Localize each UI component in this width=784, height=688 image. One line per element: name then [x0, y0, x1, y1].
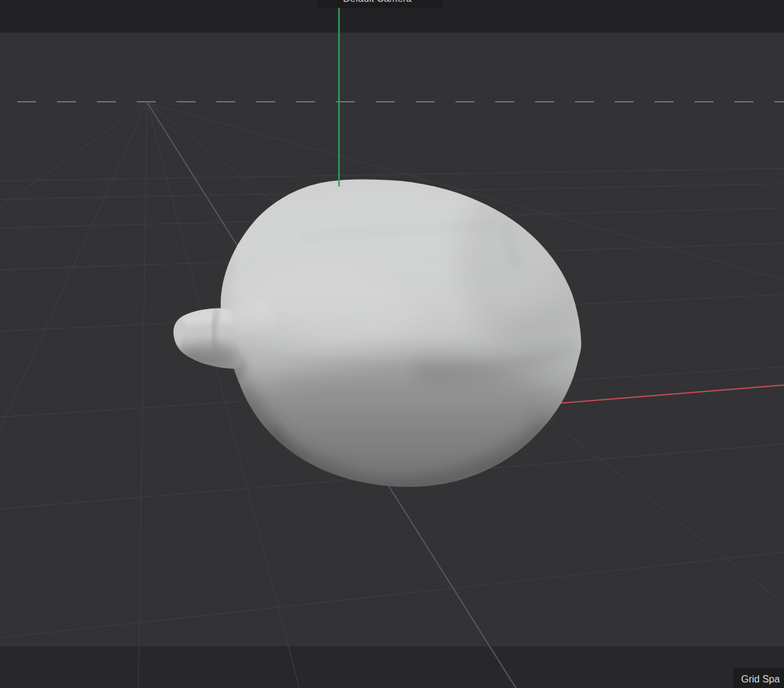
bottom-statusbar-region	[0, 646, 784, 688]
viewport-3d[interactable]: Default Camera Grid Spa	[0, 0, 784, 688]
grid-spacing-chip[interactable]: Grid Spa	[733, 668, 784, 688]
camera-selector-chip[interactable]: Default Camera	[317, 0, 443, 8]
grid-spacing-label: Grid Spa	[741, 675, 780, 684]
scene-canvas[interactable]	[0, 0, 784, 688]
camera-selector-label: Default Camera	[343, 0, 411, 4]
